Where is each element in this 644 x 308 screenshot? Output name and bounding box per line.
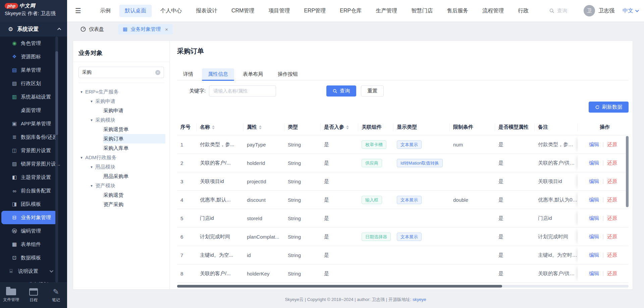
- restore-link[interactable]: 还原: [607, 234, 617, 240]
- edit-link[interactable]: 编辑: [589, 215, 599, 222]
- tab-detail[interactable]: 详情: [177, 68, 199, 80]
- sort-icon[interactable]: [259, 125, 262, 129]
- cell-attr: holderId: [244, 160, 284, 166]
- col-attr[interactable]: 属性: [244, 123, 284, 131]
- caret-down-icon[interactable]: ▾: [78, 156, 85, 160]
- tab-action-buttons[interactable]: 操作按钮: [272, 68, 304, 80]
- tree-node-purchase-return[interactable]: 采购退货: [73, 190, 169, 200]
- sidebar-scrollbar-thumb[interactable]: [55, 51, 58, 135]
- tree-node-purchase-order[interactable]: 采购订单: [73, 134, 169, 143]
- sort-icon[interactable]: [212, 125, 215, 129]
- caret-down-icon[interactable]: ▾: [78, 90, 85, 94]
- table-vertical-scrollbar[interactable]: [626, 136, 629, 207]
- table-horizontal-scrollbar[interactable]: [177, 285, 629, 288]
- tree-node-purchase-apply[interactable]: 采购申请: [73, 106, 169, 115]
- tab-attribute-info[interactable]: 属性信息: [202, 68, 234, 80]
- component-tag: 枚举卡槽: [362, 140, 386, 149]
- data-template-icon: ⊡: [11, 255, 17, 261]
- keyword-input[interactable]: 请输入名称/属性: [209, 85, 276, 97]
- language-switcher[interactable]: 中文: [623, 7, 638, 14]
- edit-link[interactable]: 编辑: [589, 270, 599, 277]
- tree-node-asset-purchase[interactable]: 资产采购: [73, 200, 169, 209]
- close-icon[interactable]: ×: [165, 26, 168, 32]
- resource-icon: ❖: [11, 54, 17, 60]
- tree-node-supplies-module[interactable]: ▾用品模块: [73, 162, 169, 172]
- restore-link[interactable]: 还原: [607, 141, 617, 148]
- tree-node-purchase-inbound[interactable]: 采购入库单: [73, 143, 169, 153]
- avatar[interactable]: 卫: [584, 5, 595, 16]
- dock-item-schedule[interactable]: 日程: [22, 283, 45, 308]
- topnav-item[interactable]: 报表设计: [191, 5, 223, 17]
- sidebar-section-system-settings[interactable]: ⚙ 系统设置: [0, 22, 67, 37]
- cell-no: 2: [177, 160, 197, 166]
- edit-link[interactable]: 编辑: [589, 160, 599, 166]
- footer-link[interactable]: skyeye: [413, 297, 426, 302]
- sidebar-item-business-object[interactable]: ⊟业务对象管理: [1, 211, 57, 224]
- display-tag: 文本展示: [397, 233, 422, 241]
- edit-link[interactable]: 编辑: [589, 252, 599, 258]
- table-row: 2 关联的客户/... holderId String 是 供应商 Id转Mat…: [177, 154, 629, 172]
- clear-icon[interactable]: ×: [155, 70, 160, 75]
- topnav-item[interactable]: 项目管理: [263, 5, 295, 17]
- topnav-item[interactable]: 智慧门店: [406, 5, 438, 17]
- tab-form-layout[interactable]: 表单布局: [237, 68, 269, 80]
- topnav-item[interactable]: CRM管理: [226, 5, 260, 17]
- sidebar-collapse-icon[interactable]: ☰: [75, 7, 81, 15]
- topnav-item-active[interactable]: 默认桌面: [119, 5, 152, 17]
- col-name[interactable]: 名称: [197, 123, 244, 131]
- topnav-item[interactable]: 个人中心: [155, 5, 187, 17]
- topnav-item[interactable]: 示例: [95, 5, 116, 17]
- edit-link[interactable]: 编辑: [589, 197, 599, 203]
- team-template-icon: ◨: [11, 201, 17, 207]
- topnav-item[interactable]: 流程管理: [477, 5, 509, 17]
- topnav-item[interactable]: ERP管理: [299, 5, 331, 17]
- restore-link[interactable]: 还原: [607, 215, 617, 222]
- tree-node-erp-service[interactable]: ▾ERP+生产服务: [73, 87, 169, 97]
- restore-link[interactable]: 还原: [607, 160, 617, 166]
- topnav-item[interactable]: 行政: [513, 5, 534, 17]
- cell-is-model: 是: [495, 178, 535, 185]
- cell-remark: 优惠率,默认为0.00: [535, 197, 578, 203]
- topnav-item[interactable]: 生产管理: [370, 5, 402, 17]
- caret-down-icon[interactable]: ▾: [88, 165, 95, 169]
- restore-link[interactable]: 还原: [607, 178, 617, 185]
- topnav-item[interactable]: 售后服务: [441, 5, 474, 17]
- dock-item-notes[interactable]: ✎笔记: [45, 283, 67, 308]
- global-search[interactable]: 查询: [549, 8, 567, 14]
- tree-node-asset-module[interactable]: ▾资产模块: [73, 181, 169, 190]
- dock-item-file-manage[interactable]: 文件管理: [0, 283, 22, 308]
- cell-in-param: 是: [321, 270, 358, 277]
- tree-search-input[interactable]: 采购 ×: [78, 67, 164, 78]
- cell-actions: 编辑|还原: [578, 228, 629, 246]
- tab-dashboard[interactable]: 仪表盘: [76, 24, 109, 35]
- cell-constraint: num: [450, 142, 495, 147]
- edit-link[interactable]: 编辑: [589, 178, 599, 185]
- topnav-item[interactable]: ERP仓库: [334, 5, 367, 17]
- tree-node-adm-service[interactable]: ▾ADM行政服务: [73, 153, 169, 162]
- caret-down-icon[interactable]: ▾: [88, 99, 95, 104]
- sidebar-scrollbar[interactable]: [55, 37, 58, 283]
- reset-button[interactable]: 重置: [361, 85, 384, 97]
- caret-down-icon[interactable]: ▾: [88, 118, 95, 122]
- tree-node-purchase-apply-group[interactable]: ▾采购申请: [73, 97, 169, 106]
- query-button[interactable]: 查询: [326, 85, 356, 97]
- restore-link[interactable]: 还原: [607, 252, 617, 258]
- caret-down-icon[interactable]: ▾: [88, 184, 95, 188]
- restore-link[interactable]: 还原: [607, 197, 617, 203]
- tree-node-purchase-return-order[interactable]: 采购退货单: [73, 125, 169, 134]
- edit-link[interactable]: 编辑: [589, 234, 599, 240]
- edit-link[interactable]: 编辑: [589, 141, 599, 148]
- col-in-param[interactable]: 是否入参: [321, 123, 358, 131]
- sort-icon[interactable]: [346, 125, 349, 129]
- scrollbar-thumb[interactable]: [177, 285, 502, 288]
- tree-node-purchase-module[interactable]: ▾采购模块: [73, 115, 169, 125]
- tree-node-supplies-purchase[interactable]: 用品采购单: [73, 172, 169, 181]
- restore-link[interactable]: 还原: [607, 270, 617, 277]
- cell-no: 5: [177, 215, 197, 221]
- filter-row: 关键字: 请输入名称/属性 查询 重置: [189, 85, 629, 97]
- refresh-data-button[interactable]: 刷新数据: [589, 102, 629, 113]
- search-placeholder: 查询: [557, 8, 567, 14]
- user-name[interactable]: 卫志强: [598, 7, 614, 14]
- content-panel: 业务对象 采购 × ▾ERP+生产服务 ▾采购申请 采购申请 ▾采购模块 采购退…: [73, 41, 633, 289]
- tab-business-object-manage[interactable]: ▦ 业务对象管理 ×: [118, 24, 173, 35]
